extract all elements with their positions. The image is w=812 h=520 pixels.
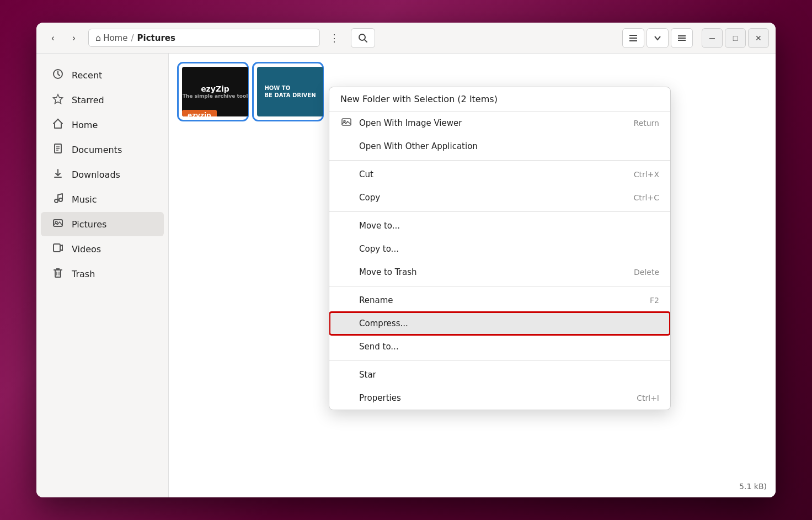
ctx-open-other[interactable]: Open With Other Application — [329, 135, 670, 158]
maximize-button[interactable]: □ — [725, 28, 746, 48]
blue-book-text: HOW TOBE DATA DRIVEN — [264, 84, 316, 99]
file-manager: ‹ › ⌂ Home / Pictures ⋮ — [36, 23, 776, 497]
ezyzip-logo: ezyZip — [201, 84, 229, 93]
sidebar-label-music: Music — [72, 194, 97, 205]
ctx-label-properties: Properties — [359, 393, 401, 403]
svg-rect-6 — [678, 38, 686, 39]
forward-button[interactable]: › — [64, 28, 84, 48]
svg-rect-5 — [678, 35, 686, 36]
sidebar-item-home[interactable]: Home — [41, 113, 164, 137]
thumbnail-blue-book[interactable]: HOW TOBE DATA DRIVEN — [255, 65, 321, 119]
list-view-icon — [628, 33, 638, 43]
status-bar: 5.1 kB) — [739, 482, 767, 491]
hamburger-button[interactable] — [671, 28, 693, 48]
ctx-label-move-to: Move to... — [359, 221, 400, 231]
ctx-item-left-trash: Move to Trash — [340, 267, 416, 277]
ctx-item-left-copy: Copy — [340, 193, 380, 203]
ctx-item-left-compress: Compress... — [340, 319, 408, 328]
ctx-move-to[interactable]: Move to... — [329, 214, 670, 237]
hamburger-icon — [677, 33, 687, 43]
chevron-down-icon — [653, 34, 662, 43]
thumb-img-blue: HOW TOBE DATA DRIVEN — [257, 67, 323, 116]
ctx-label-compress: Compress... — [359, 319, 408, 328]
ctx-rename[interactable]: Rename F2 — [329, 289, 670, 312]
sidebar-label-starred: Starred — [72, 95, 104, 105]
ctx-shortcut-trash: Delete — [634, 268, 659, 277]
svg-rect-4 — [629, 40, 637, 41]
sidebar-label-downloads: Downloads — [72, 169, 120, 180]
sidebar: Recent Starred Home — [36, 54, 169, 497]
sidebar-item-downloads[interactable]: Downloads — [41, 162, 164, 187]
ctx-shortcut-properties: Ctrl+I — [637, 394, 659, 402]
home-sidebar-icon — [52, 118, 64, 131]
svg-rect-19 — [54, 244, 60, 252]
ctx-cut[interactable]: Cut Ctrl+X — [329, 163, 670, 186]
file-area: ezyZip The simple archive tool ezyzip HO… — [169, 54, 776, 497]
sidebar-item-pictures[interactable]: Pictures — [41, 212, 164, 236]
svg-line-1 — [365, 39, 367, 42]
main-area: Recent Starred Home — [36, 54, 776, 497]
starred-icon — [52, 93, 64, 107]
more-options-button[interactable]: ⋮ — [324, 28, 344, 48]
ctx-move-trash[interactable]: Move to Trash Delete — [329, 261, 670, 284]
breadcrumb-current: Pictures — [137, 33, 175, 43]
view-controls — [622, 28, 693, 48]
search-icon — [358, 33, 368, 43]
nav-buttons: ‹ › — [43, 28, 84, 48]
sidebar-label-home: Home — [72, 120, 98, 130]
videos-icon — [52, 242, 64, 256]
ctx-compress[interactable]: Compress... — [329, 312, 670, 335]
trash-icon — [52, 267, 64, 280]
ctx-separator-3 — [329, 286, 670, 286]
search-button[interactable] — [351, 28, 375, 48]
ctx-shortcut-copy: Ctrl+C — [634, 193, 659, 202]
sidebar-item-trash[interactable]: Trash — [41, 262, 164, 286]
list-view-button[interactable] — [622, 28, 644, 48]
svg-rect-22 — [342, 119, 351, 125]
ctx-label-move-trash: Move to Trash — [359, 267, 416, 277]
sidebar-item-music[interactable]: Music — [41, 187, 164, 211]
thumbnail-ezyzip[interactable]: ezyZip The simple archive tool ezyzip — [180, 65, 246, 119]
context-menu-header: New Folder with Selection (2 Items) — [329, 87, 670, 112]
ctx-separator-4 — [329, 360, 670, 361]
music-icon — [52, 193, 64, 206]
ctx-send-to[interactable]: Send to... — [329, 335, 670, 358]
sidebar-label-trash: Trash — [72, 269, 95, 279]
ctx-item-left-other: Open With Other Application — [340, 141, 478, 151]
ctx-properties[interactable]: Properties Ctrl+I — [329, 386, 670, 410]
thumb-img-ezyzip: ezyZip The simple archive tool ezyzip — [182, 67, 248, 116]
ctx-item-left-moveto: Move to... — [340, 221, 400, 231]
status-text: 5.1 kB) — [739, 482, 767, 491]
ctx-separator-2 — [329, 211, 670, 212]
sidebar-item-videos[interactable]: Videos — [41, 237, 164, 261]
ctx-label-rename: Rename — [359, 295, 393, 305]
sidebar-item-documents[interactable]: Documents — [41, 137, 164, 162]
sidebar-label-recent: Recent — [72, 70, 102, 81]
sidebar-item-recent[interactable]: Recent — [41, 63, 164, 87]
breadcrumb: ⌂ Home / Pictures — [88, 29, 320, 47]
sidebar-item-starred[interactable]: Starred — [41, 88, 164, 112]
ctx-copy[interactable]: Copy Ctrl+C — [329, 186, 670, 209]
breadcrumb-separator: / — [131, 33, 133, 43]
recent-icon — [52, 68, 64, 82]
ctx-separator-1 — [329, 160, 670, 161]
ctx-shortcut-open: Return — [634, 119, 659, 128]
back-button[interactable]: ‹ — [43, 28, 63, 48]
ctx-label-cut: Cut — [359, 169, 373, 179]
pictures-icon — [52, 217, 64, 231]
sort-button[interactable] — [647, 28, 669, 48]
ctx-star[interactable]: Star — [329, 363, 670, 386]
sidebar-label-pictures: Pictures — [72, 219, 106, 230]
ctx-copy-to[interactable]: Copy to... — [329, 237, 670, 261]
minimize-button[interactable]: ─ — [702, 28, 723, 48]
titlebar: ‹ › ⌂ Home / Pictures ⋮ — [36, 23, 776, 54]
ctx-label-send-to: Send to... — [359, 342, 399, 352]
ctx-item-left-props: Properties — [340, 393, 401, 403]
ctx-item-left-sendto: Send to... — [340, 342, 399, 352]
ctx-label-star: Star — [359, 370, 376, 380]
ctx-item-left-cut: Cut — [340, 169, 373, 179]
close-button[interactable]: ✕ — [748, 28, 769, 48]
breadcrumb-home[interactable]: Home — [103, 33, 127, 43]
ctx-open-image-viewer[interactable]: Open With Image Viewer Return — [329, 112, 670, 135]
svg-rect-3 — [629, 38, 637, 39]
